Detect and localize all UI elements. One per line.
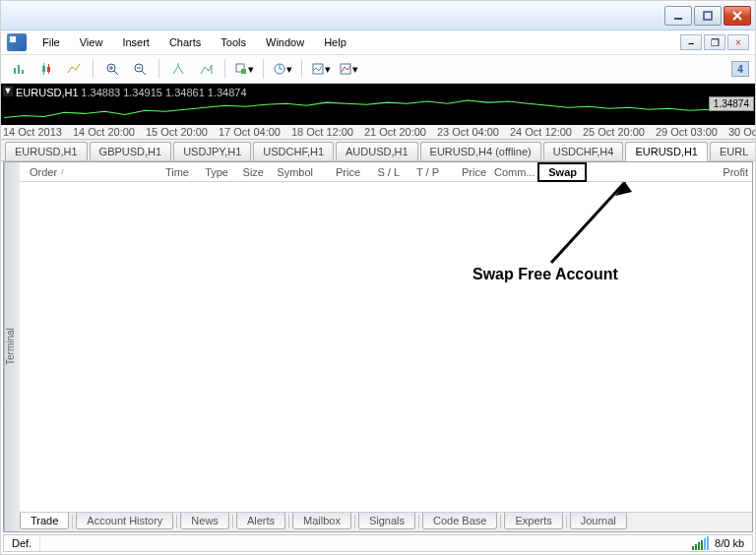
svg-rect-6 xyxy=(22,70,24,74)
terminal-tab-alerts[interactable]: Alerts xyxy=(236,513,285,529)
connection-traffic: 8/0 kb xyxy=(715,537,744,549)
chart-tab-active[interactable]: EURUSD,H1 xyxy=(625,142,708,161)
svg-rect-1 xyxy=(704,12,712,20)
indicators-icon[interactable]: ▾ xyxy=(232,58,256,80)
svg-rect-4 xyxy=(14,68,16,74)
chart-time-axis: 14 Oct 201314 Oct 20:0015 Oct 20:00 17 O… xyxy=(1,125,755,140)
terminal-tab-news[interactable]: News xyxy=(180,513,229,529)
col-price[interactable]: Price xyxy=(317,166,364,178)
chart-tab[interactable]: EURUSD,H4 (offline) xyxy=(420,142,541,160)
svg-line-16 xyxy=(142,71,146,75)
window-titlebar xyxy=(1,1,755,31)
candlestick-icon[interactable] xyxy=(34,58,58,80)
menu-window[interactable]: Window xyxy=(256,32,314,52)
chart-preview-collapse-toggle[interactable]: ▼ xyxy=(3,86,13,96)
chart-tab[interactable]: USDJPY,H1 xyxy=(173,142,251,160)
col-profit[interactable]: Profit xyxy=(587,166,752,178)
menu-insert[interactable]: Insert xyxy=(112,32,159,52)
zoom-in-icon[interactable] xyxy=(100,58,124,80)
app-logo-icon xyxy=(7,33,27,51)
bar-chart-icon[interactable] xyxy=(7,58,31,80)
col-size[interactable]: Size xyxy=(232,166,268,178)
menu-file[interactable]: File xyxy=(32,32,70,52)
chart-last-price: 1.34874 xyxy=(709,96,754,111)
zoom-out-icon[interactable] xyxy=(128,58,152,80)
mdi-window-buttons: ‒ ❐ × xyxy=(680,34,749,50)
col-order[interactable]: Order / xyxy=(26,166,85,178)
chart-tab[interactable]: USDCHF,H1 xyxy=(253,142,334,160)
chart-tab[interactable]: GBPUSD,H1 xyxy=(90,142,172,160)
chart-sparkline xyxy=(4,97,710,124)
menu-view[interactable]: View xyxy=(70,32,113,52)
line-chart-icon[interactable] xyxy=(62,58,86,80)
menubar: File View Insert Charts Tools Window Hel… xyxy=(1,31,755,54)
chart-tab[interactable]: USDCHF,H4 xyxy=(543,142,624,160)
terminal-tab-journal[interactable]: Journal xyxy=(570,513,627,529)
col-symbol[interactable]: Symbol xyxy=(268,166,317,178)
connection-status[interactable]: 8/0 kb xyxy=(684,536,752,550)
svg-rect-21 xyxy=(241,69,246,74)
annotation-text: Swap Free Account xyxy=(472,266,618,283)
col-price2[interactable]: Price xyxy=(443,166,490,178)
menu-charts[interactable]: Charts xyxy=(159,32,211,52)
svg-line-27 xyxy=(551,182,625,263)
window-close-button[interactable] xyxy=(724,6,751,26)
window-minimize-button[interactable] xyxy=(664,6,692,26)
menu-help[interactable]: Help xyxy=(314,32,356,52)
chart-tab[interactable]: EURL xyxy=(710,142,756,160)
col-commission[interactable]: Comm... xyxy=(490,166,537,178)
terminal-tab-code-base[interactable]: Code Base xyxy=(422,513,497,529)
terminal-panel: × Terminal Order / Time Type Size Symbol… xyxy=(3,161,753,532)
terminal-tab-signals[interactable]: Signals xyxy=(358,513,415,529)
terminal-tab-account-history[interactable]: Account History xyxy=(76,513,173,529)
terminal-tab-trade[interactable]: Trade xyxy=(20,513,69,529)
templates-icon[interactable]: ▾ xyxy=(309,58,333,80)
terminal-content-area: Swap Free Account xyxy=(20,182,752,512)
annotation-arrow xyxy=(541,182,660,271)
svg-rect-5 xyxy=(18,65,20,74)
terminal-columns-header: Order / Time Type Size Symbol Price S / … xyxy=(20,162,752,182)
chart-shift-icon[interactable] xyxy=(194,58,218,80)
col-time[interactable]: Time xyxy=(85,166,193,178)
strategy-tester-icon[interactable]: ▾ xyxy=(337,58,360,80)
terminal-side-label: Terminal xyxy=(4,162,20,531)
terminal-bottom-tabs: Trade Account History News Alerts Mailbo… xyxy=(20,512,752,531)
col-type[interactable]: Type xyxy=(193,166,232,178)
chart-tabs-bar: EURUSD,H1 GBPUSD,H1 USDJPY,H1 USDCHF,H1 … xyxy=(1,140,755,161)
svg-rect-26 xyxy=(341,64,350,74)
connection-bars-icon xyxy=(692,536,709,550)
auto-scroll-icon[interactable] xyxy=(166,58,190,80)
chart-preview-strip: ▼ EURUSD,H1 1.34883 1.34915 1.34861 1.34… xyxy=(1,84,755,125)
status-bar: Def. 8/0 kb xyxy=(3,534,753,552)
mdi-restore-button[interactable]: ❐ xyxy=(704,34,725,50)
status-left: Def. xyxy=(4,535,40,551)
chart-tab[interactable]: EURUSD,H1 xyxy=(5,142,88,160)
svg-line-12 xyxy=(114,71,118,75)
col-swap-highlighted[interactable]: Swap xyxy=(537,162,587,182)
mdi-minimize-button[interactable]: ‒ xyxy=(680,34,702,50)
menu-tools[interactable]: Tools xyxy=(211,32,256,52)
sort-ascending-icon: / xyxy=(61,167,63,176)
periodicity-icon[interactable]: ▾ xyxy=(271,58,294,80)
toolbar: ▾ ▾ ▾ ▾ 4 xyxy=(1,54,755,84)
toolbar-notification-badge[interactable]: 4 xyxy=(731,61,749,77)
col-tp[interactable]: T / P xyxy=(404,166,443,178)
mdi-close-button[interactable]: × xyxy=(727,34,749,50)
col-sl[interactable]: S / L xyxy=(364,166,404,178)
window-maximize-button[interactable] xyxy=(694,6,722,26)
terminal-tab-mailbox[interactable]: Mailbox xyxy=(292,513,351,529)
terminal-tab-experts[interactable]: Experts xyxy=(504,513,562,529)
chart-tab[interactable]: AUDUSD,H1 xyxy=(336,142,418,160)
chart-preview-header: EURUSD,H1 1.34883 1.34915 1.34861 1.3487… xyxy=(2,85,754,98)
